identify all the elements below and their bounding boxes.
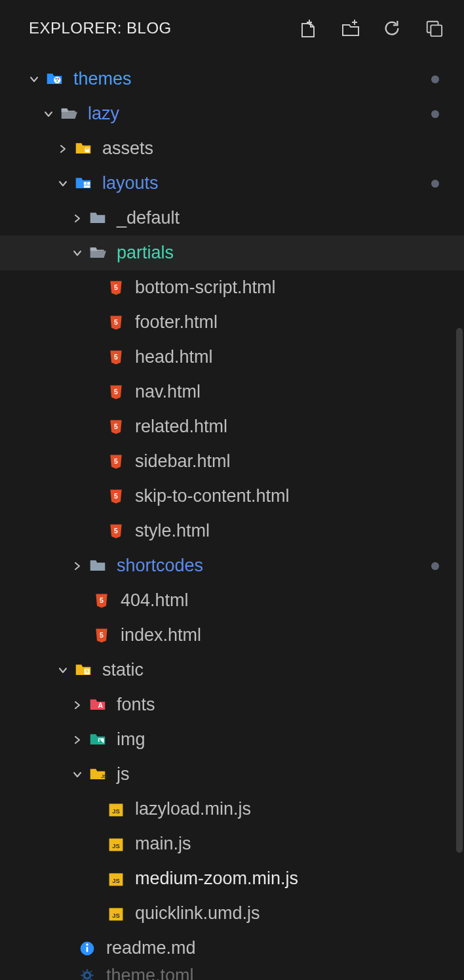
file-footer[interactable]: footer.html: [0, 305, 464, 340]
folder-label: assets: [102, 138, 153, 159]
new-file-icon[interactable]: [298, 18, 319, 39]
folder-shortcodes[interactable]: shortcodes: [0, 548, 464, 583]
folder-label: lazy: [88, 104, 119, 124]
modified-dot: [431, 180, 439, 188]
folder-layouts[interactable]: layouts: [0, 166, 464, 201]
file-tree: themes lazy assets layouts _default part…: [0, 56, 464, 980]
file-bottom-script[interactable]: bottom-script.html: [0, 270, 464, 305]
chevron-right-icon: [69, 732, 85, 748]
chevron-down-icon: [55, 663, 71, 678]
chevron-down-icon: [69, 767, 85, 783]
file-related[interactable]: related.html: [0, 409, 464, 444]
chevron-down-icon: [55, 176, 71, 192]
chevron-down-icon: [41, 106, 56, 122]
file-label: bottom-script.html: [135, 277, 276, 298]
folder-partials[interactable]: partials: [0, 235, 464, 270]
folder-theme-icon: [45, 70, 64, 89]
folder-label: themes: [73, 69, 132, 89]
file-index[interactable]: index.html: [0, 618, 464, 653]
file-label: nav.html: [135, 382, 201, 402]
file-sidebar[interactable]: sidebar.html: [0, 444, 464, 479]
file-label: skip-to-content.html: [135, 486, 290, 506]
chevron-right-icon: [69, 697, 85, 713]
js-icon: [106, 800, 126, 819]
file-label: sidebar.html: [135, 451, 231, 472]
file-lazyload[interactable]: lazyload.min.js: [0, 792, 464, 827]
folder-label: static: [102, 660, 144, 680]
folder-label: fonts: [117, 695, 155, 715]
js-icon: [106, 904, 126, 924]
file-label: lazyload.min.js: [135, 799, 251, 819]
modified-dot: [431, 562, 439, 570]
html-icon: [106, 521, 126, 541]
chevron-right-icon: [69, 211, 85, 226]
html-icon: [106, 417, 126, 437]
file-theme-toml[interactable]: theme.toml: [0, 966, 464, 980]
html-icon: [106, 382, 126, 402]
folder-assets[interactable]: assets: [0, 131, 464, 166]
html-icon: [106, 487, 126, 506]
folder-js[interactable]: js: [0, 757, 464, 792]
folder-open-icon: [59, 104, 79, 124]
file-nav[interactable]: nav.html: [0, 375, 464, 409]
chevron-right-icon: [69, 558, 85, 574]
html-icon: [106, 278, 126, 298]
folder-label: _default: [117, 208, 180, 228]
folder-label: img: [117, 729, 145, 750]
scrollbar[interactable]: [456, 328, 463, 853]
folder-js-icon: [88, 765, 107, 785]
html-icon: [92, 626, 111, 645]
folder-label: shortcodes: [117, 556, 203, 576]
explorer-title: EXPLORER: BLOG: [29, 19, 172, 37]
file-main-js[interactable]: main.js: [0, 827, 464, 861]
file-label: head.html: [135, 347, 213, 367]
file-skip-to-content[interactable]: skip-to-content.html: [0, 479, 464, 514]
folder-static[interactable]: static: [0, 653, 464, 687]
folder-img-icon: [88, 730, 107, 750]
file-readme[interactable]: readme.md: [0, 931, 464, 966]
file-label: quicklink.umd.js: [135, 903, 260, 924]
folder-themes[interactable]: themes: [0, 62, 464, 96]
file-label: readme.md: [106, 938, 196, 958]
explorer-header: EXPLORER: BLOG: [0, 0, 464, 56]
html-icon: [106, 452, 126, 472]
folder-closed-icon: [88, 209, 107, 228]
file-label: style.html: [135, 521, 210, 541]
folder-lazy[interactable]: lazy: [0, 96, 464, 131]
file-label: theme.toml: [106, 966, 194, 981]
folder-open-icon: [88, 243, 107, 263]
folder-closed-icon: [88, 556, 107, 576]
collapse-all-icon[interactable]: [423, 18, 444, 39]
modified-dot: [431, 110, 439, 118]
folder-label: partials: [117, 243, 174, 263]
file-medium-zoom[interactable]: medium-zoom.min.js: [0, 861, 464, 896]
js-icon: [106, 834, 126, 854]
folder-label: js: [117, 764, 130, 785]
folder-fonts-icon: [88, 695, 107, 715]
folder-fonts[interactable]: fonts: [0, 687, 464, 722]
file-head[interactable]: head.html: [0, 340, 464, 375]
file-label: footer.html: [135, 312, 218, 333]
folder-layouts-icon: [73, 174, 93, 194]
file-label: index.html: [121, 625, 201, 645]
file-label: medium-zoom.min.js: [135, 868, 298, 889]
new-folder-icon[interactable]: [339, 18, 360, 39]
file-label: related.html: [135, 417, 227, 437]
folder-assets-icon: [73, 139, 93, 159]
gear-icon: [77, 966, 97, 980]
file-404[interactable]: 404.html: [0, 583, 464, 618]
file-label: 404.html: [121, 590, 189, 611]
file-quicklink[interactable]: quicklink.umd.js: [0, 896, 464, 931]
modified-dot: [431, 75, 439, 83]
refresh-icon[interactable]: [381, 18, 402, 39]
folder-default[interactable]: _default: [0, 201, 464, 235]
file-style[interactable]: style.html: [0, 514, 464, 548]
info-icon: [77, 939, 97, 958]
folder-static-icon: [73, 661, 93, 680]
html-icon: [92, 591, 111, 611]
js-icon: [106, 869, 126, 889]
folder-img[interactable]: img: [0, 722, 464, 757]
chevron-right-icon: [55, 141, 71, 157]
chevron-down-icon: [26, 71, 42, 87]
html-icon: [106, 348, 126, 367]
